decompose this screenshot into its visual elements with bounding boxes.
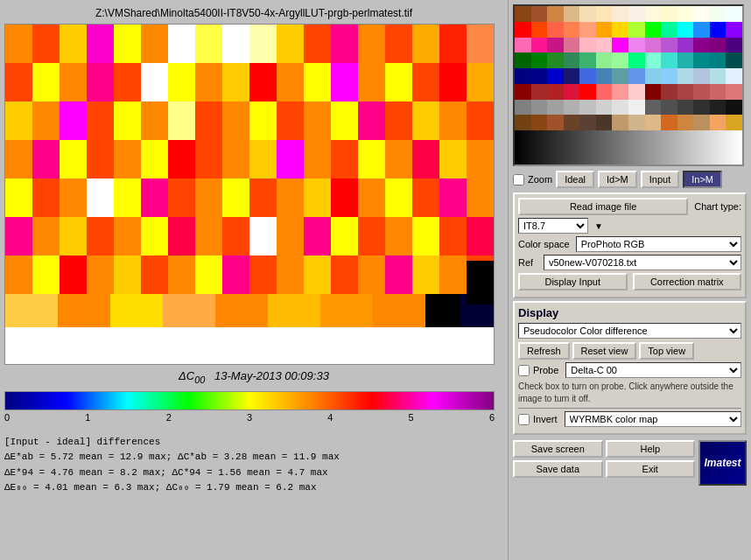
svg-rect-41 (141, 102, 168, 140)
svg-rect-113 (141, 256, 168, 294)
svg-rect-81 (249, 178, 277, 217)
chart-type-select[interactable]: IT8.7 (518, 218, 588, 234)
invert-label: Invert (533, 414, 558, 424)
probe-row: Probe Delta-C 00 (518, 362, 741, 378)
svg-rect-66 (331, 140, 358, 178)
help-button[interactable]: Help (606, 440, 696, 458)
svg-rect-24 (168, 63, 195, 102)
svg-rect-40 (114, 102, 141, 140)
top-view-button[interactable]: Top view (639, 342, 694, 360)
right-panel: Zoom Ideal Id>M Input In>M Read image fi… (508, 0, 751, 560)
svg-rect-77 (141, 178, 168, 217)
svg-rect-88 (439, 178, 467, 217)
save-screen-button[interactable]: Save screen (513, 440, 603, 458)
svg-rect-108 (5, 256, 32, 294)
svg-rect-103 (358, 217, 385, 256)
svg-rect-15 (412, 24, 439, 63)
svg-rect-48 (331, 102, 358, 140)
separator (518, 408, 741, 409)
refresh-button[interactable]: Refresh (518, 342, 570, 360)
stats-line4: ΔE₀₀ = 4.01 mean = 6.3 max; ΔC₀₀ = 1.79 … (4, 480, 503, 496)
svg-rect-132 (268, 294, 320, 327)
svg-rect-47 (304, 102, 331, 140)
svg-rect-106 (439, 217, 467, 256)
svg-rect-18 (5, 63, 32, 102)
svg-rect-82 (277, 178, 304, 217)
svg-rect-91 (32, 217, 60, 256)
svg-rect-89 (467, 178, 495, 217)
heatmap-svg (5, 24, 495, 364)
svg-rect-95 (141, 217, 168, 256)
svg-rect-84 (331, 178, 358, 217)
svg-rect-107 (467, 217, 495, 256)
svg-rect-100 (277, 217, 304, 256)
zoom-checkbox[interactable] (513, 174, 524, 186)
svg-rect-2 (60, 24, 87, 63)
svg-rect-93 (87, 217, 114, 256)
svg-rect-55 (32, 140, 60, 178)
svg-rect-33 (412, 63, 439, 102)
read-image-file-button[interactable]: Read image file (518, 198, 688, 215)
chart-type-label: Chart type: (694, 201, 741, 212)
svg-rect-124 (439, 256, 467, 294)
color-chart-preview (513, 4, 744, 166)
svg-rect-78 (168, 178, 195, 217)
svg-rect-22 (114, 63, 141, 102)
svg-rect-17 (467, 24, 495, 63)
svg-rect-30 (331, 63, 358, 102)
display-input-button[interactable]: Display Input (518, 273, 628, 290)
save-data-button[interactable]: Save data (513, 460, 603, 478)
stats-line3: ΔE*94 = 4.76 mean = 8.2 max; ΔC*94 = 1.5… (4, 466, 503, 481)
svg-rect-122 (385, 256, 412, 294)
svg-rect-60 (168, 140, 195, 178)
svg-rect-129 (110, 294, 163, 327)
ideal-tab[interactable]: Ideal (556, 171, 594, 188)
reset-view-button[interactable]: Reset view (572, 342, 637, 360)
in-m-tab[interactable]: In>M (683, 171, 722, 188)
heatmap-image[interactable] (4, 24, 495, 365)
colorbar-labels: 0 1 2 3 4 5 6 (4, 410, 495, 424)
svg-rect-63 (249, 140, 277, 178)
svg-rect-28 (277, 63, 304, 102)
svg-rect-11 (304, 24, 331, 63)
svg-rect-127 (5, 294, 58, 327)
svg-rect-94 (114, 217, 141, 256)
file-title: Z:\VMShared\Minolta5400II-IT8V50-4x-Argy… (4, 4, 503, 24)
correction-matrix-button[interactable]: Correction matrix (633, 273, 742, 290)
svg-rect-123 (412, 256, 439, 294)
color-space-select[interactable]: ProPhoto RGB (576, 236, 741, 252)
svg-rect-6 (168, 24, 195, 63)
svg-rect-3 (87, 24, 114, 63)
svg-rect-1 (32, 24, 60, 63)
stats-line1: [Input - ideal] differences (4, 435, 503, 451)
svg-rect-74 (60, 178, 87, 217)
color-space-row: Color space ProPhoto RGB (518, 236, 741, 252)
svg-rect-39 (87, 102, 114, 140)
subtitle-text: ΔC00 13-May-2013 00:09:33 (179, 369, 329, 382)
chart-type-row: IT8.7 ▼ (518, 218, 741, 234)
display-dropdown[interactable]: Pseudocolor Color difference (518, 323, 741, 339)
probe-select[interactable]: Delta-C 00 (565, 362, 741, 378)
svg-rect-51 (412, 102, 439, 140)
svg-rect-131 (215, 294, 268, 327)
ref-select[interactable]: v50new-V070218.txt (544, 255, 741, 270)
invert-checkbox[interactable] (518, 414, 530, 425)
input-tab[interactable]: Input (641, 171, 679, 188)
svg-rect-71 (467, 140, 495, 178)
svg-rect-121 (358, 256, 385, 294)
svg-rect-115 (195, 256, 222, 294)
svg-rect-4 (114, 24, 141, 63)
svg-rect-104 (385, 217, 412, 256)
svg-rect-85 (358, 178, 385, 217)
svg-rect-32 (385, 63, 412, 102)
probe-checkbox[interactable] (518, 365, 530, 376)
svg-rect-128 (58, 294, 110, 327)
zoom-row: Zoom Ideal Id>M Input In>M (513, 171, 747, 188)
svg-rect-43 (195, 102, 222, 140)
svg-rect-5 (141, 24, 168, 63)
svg-rect-31 (358, 63, 385, 102)
exit-button[interactable]: Exit (606, 460, 696, 478)
id-m-tab[interactable]: Id>M (598, 171, 637, 188)
svg-rect-137 (467, 261, 495, 304)
colormap-select[interactable]: WYRMBK color map (565, 411, 741, 427)
